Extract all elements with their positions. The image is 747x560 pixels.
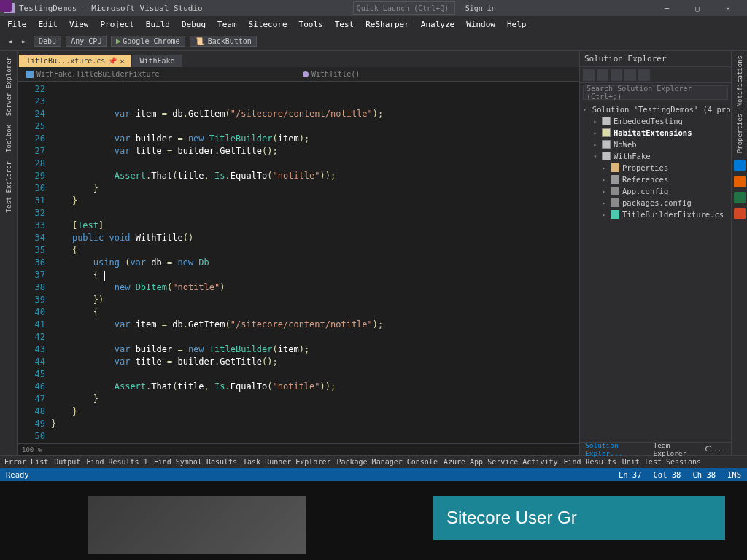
code-line[interactable]: { [51, 306, 579, 319]
solution-explorer-tab[interactable]: Solution Explor... [583, 440, 647, 458]
code-line[interactable]: var item = db.GetItem("/sitecore/content… [51, 108, 579, 120]
tree-row[interactable]: ▾Solution 'TestingDemos' (4 projects) [583, 104, 728, 115]
nav-back-icon[interactable]: ◄ [4, 36, 15, 47]
tree-row[interactable]: ▸HabitatExtensions [583, 127, 728, 139]
menu-edit[interactable]: Edit [34, 18, 63, 31]
menu-build[interactable]: Build [142, 18, 174, 31]
close-icon[interactable]: ✕ [120, 57, 124, 65]
minimize-button[interactable]: ─ [652, 1, 681, 15]
expander-icon[interactable]: ▸ [592, 118, 599, 125]
code-line[interactable]: public void WithTitle() [51, 232, 579, 244]
menu-analyze[interactable]: Analyze [417, 18, 459, 31]
script-dropdown[interactable]: 📜 BackButton [190, 36, 257, 47]
package-manager-console-tab[interactable]: Package Manager Console [336, 458, 437, 466]
code-line[interactable]: { [51, 244, 579, 257]
code-line[interactable]: [Test] [51, 219, 579, 232]
code-line[interactable]: } [51, 195, 579, 207]
notifications-tab[interactable]: Notifications [735, 54, 745, 108]
code-line[interactable]: new DbItem("notitle") [51, 281, 579, 294]
code-line[interactable]: var builder = new TitleBuilder(item); [51, 343, 579, 356]
code-editor[interactable]: 2223242526272829303132333435363738394041… [18, 82, 579, 443]
team-explorer-tab[interactable]: Team Explorer [651, 440, 699, 458]
code-line[interactable]: using (var db = new Db [51, 257, 579, 269]
taskbar-vs-icon[interactable] [0, 0, 12, 12]
tree-row[interactable]: ▸Properties [583, 162, 728, 174]
code-line[interactable] [51, 83, 579, 96]
solution-tree[interactable]: ▾Solution 'TestingDemos' (4 projects)▸Em… [580, 102, 731, 442]
run-target-dropdown[interactable]: Google Chrome [111, 36, 185, 47]
solution-search-input[interactable]: Search Solution Explorer (Ctrl+;) [583, 85, 728, 100]
tab-titlebuilderfixture[interactable]: TitleBu...xture.cs 📌 ✕ [19, 55, 131, 67]
showall-icon[interactable] [624, 69, 636, 81]
taskbar-windows-icon[interactable] [734, 160, 746, 171]
expander-icon[interactable]: ▸ [600, 176, 608, 183]
code-line[interactable] [51, 207, 579, 219]
tree-row[interactable]: ▾WithFake [583, 150, 728, 162]
menu-window[interactable]: Window [462, 18, 500, 31]
expander-icon[interactable]: ▾ [583, 106, 587, 113]
menu-resharper[interactable]: ReSharper [361, 18, 414, 31]
properties-tab[interactable]: Properties [735, 112, 745, 155]
find-results-tab[interactable]: Find Results [563, 458, 616, 466]
pin-icon[interactable]: 📌 [108, 57, 117, 65]
menu-sitecore[interactable]: Sitecore [244, 18, 292, 31]
collapse-icon[interactable] [611, 69, 622, 81]
expander-icon[interactable]: ▸ [592, 141, 599, 148]
menu-file[interactable]: File [3, 18, 31, 31]
tree-row[interactable]: ▸EmbeddedTesting [583, 115, 728, 127]
menu-project[interactable]: Project [96, 18, 139, 31]
task-runner-explorer-tab[interactable]: Task Runner Explorer [243, 458, 330, 466]
expander-icon[interactable]: ▸ [600, 188, 608, 195]
home-icon[interactable] [583, 69, 595, 81]
sign-in-link[interactable]: Sign in [460, 4, 502, 12]
tree-row[interactable]: ▸App.config [583, 185, 728, 197]
code-line[interactable] [51, 430, 579, 443]
tab-withfake[interactable]: WithFake [132, 55, 182, 67]
menu-view[interactable]: View [65, 18, 93, 31]
code-line[interactable]: var title = builder.GetTitle(); [51, 356, 579, 368]
taskbar-excel-icon[interactable] [734, 192, 746, 203]
server-explorer-tab[interactable]: Server Explorer [4, 54, 14, 119]
azure-app-service-tab[interactable]: Azure App Service Activity [444, 458, 558, 466]
breadcrumb-type[interactable]: WithFake.TitleBuilderFixture [26, 70, 294, 78]
expander-icon[interactable]: ▸ [600, 200, 608, 206]
breadcrumb-member[interactable]: WithTitle() [303, 70, 570, 78]
find-results-1-tab[interactable]: Find Results 1 [86, 458, 147, 466]
expander-icon[interactable]: ▸ [600, 211, 608, 218]
code-line[interactable]: } [51, 418, 579, 430]
tree-row[interactable]: ▸TitleBuilderFixture.cs [583, 209, 728, 220]
taskbar-firefox-icon[interactable] [734, 176, 746, 187]
expander-icon[interactable]: ▸ [592, 130, 599, 136]
nav-fwd-icon[interactable]: ► [19, 36, 29, 47]
menu-help[interactable]: Help [503, 18, 531, 31]
tree-row[interactable]: ▸References [583, 174, 728, 185]
zoom-indicator[interactable]: 100 % [18, 443, 579, 455]
quick-launch-input[interactable]: Quick Launch (Ctrl+Q) [353, 1, 455, 15]
code-line[interactable]: Assert.That(title, Is.EqualTo("notitle")… [51, 381, 579, 393]
code-line[interactable]: }) [51, 294, 579, 306]
code-line[interactable] [51, 96, 579, 108]
expander-icon[interactable]: ▸ [600, 165, 608, 171]
menu-tools[interactable]: Tools [295, 18, 328, 31]
tree-row[interactable]: ▸NoWeb [583, 139, 728, 150]
code-line[interactable]: var item = db.GetItem("/sitecore/content… [51, 319, 579, 331]
code-line[interactable] [51, 158, 579, 170]
unit-test-sessions-tab[interactable]: Unit Test Sessions [622, 458, 701, 466]
code-line[interactable]: Assert.That(title, Is.EqualTo("notitle")… [51, 170, 579, 182]
code-line[interactable]: var builder = new TitleBuilder(item); [51, 133, 579, 145]
maximize-button[interactable]: ▢ [683, 1, 712, 15]
expander-icon[interactable]: ▾ [592, 153, 599, 160]
code-line[interactable]: } [51, 182, 579, 195]
code-line[interactable] [51, 368, 579, 381]
config-dropdown[interactable]: Debu [34, 36, 61, 47]
class-view-tab[interactable]: Cl... [703, 444, 728, 454]
menu-debug[interactable]: Debug [177, 18, 210, 31]
find-symbol-results-tab[interactable]: Find Symbol Results [154, 458, 237, 466]
output-tab[interactable]: Output [54, 458, 80, 466]
menu-team[interactable]: Team [213, 18, 241, 31]
code-content[interactable]: var item = db.GetItem("/sitecore/content… [51, 82, 579, 443]
tree-row[interactable]: ▸packages.config [583, 197, 728, 209]
refresh-icon[interactable] [597, 69, 608, 81]
error-list-tab[interactable]: Error List [4, 458, 48, 466]
close-button[interactable]: ✕ [713, 1, 743, 15]
